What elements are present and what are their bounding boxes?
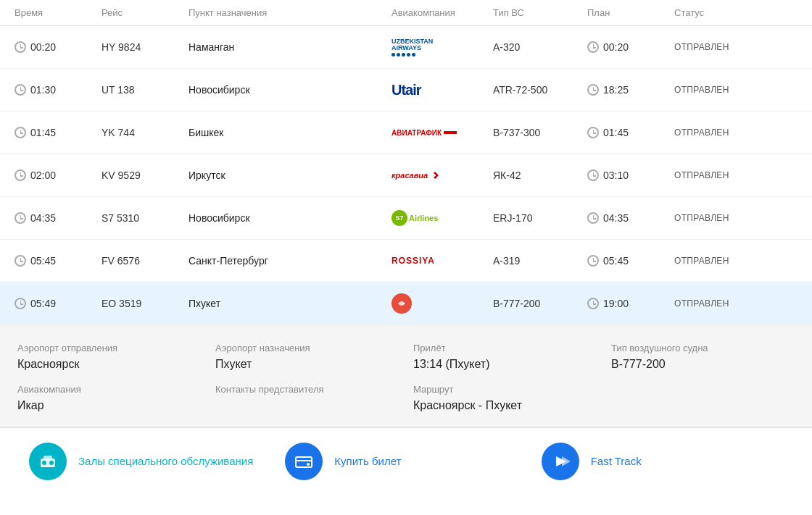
airline-logo: Utair	[392, 79, 493, 101]
time-cell: 01:45	[14, 127, 102, 138]
destination: Новосибирск	[188, 84, 392, 96]
clock-icon	[14, 255, 26, 267]
detail-panel: Аэропорт отправления Красноярск Авиакомп…	[0, 325, 812, 427]
clock-icon	[14, 84, 26, 96]
airline-value: Икар	[17, 399, 201, 412]
status-badge: ОТПРАВЛЕН	[674, 213, 805, 223]
vip-lounge-item[interactable]: Залы специального обслуживания	[29, 443, 270, 480]
plan-cell: 01:45	[587, 127, 674, 138]
clock-icon	[587, 298, 599, 309]
departure-time: 00:20	[30, 41, 56, 53]
aircraft-type-group: Тип воздушного судна B-777-200	[611, 343, 795, 412]
flight-number: UT 138	[102, 84, 188, 96]
flight-number: S7 5310	[102, 212, 188, 224]
svg-rect-5	[296, 457, 312, 467]
table-row[interactable]: 01:45 YK 744 Бишкек АВИАТРАФИК B-737-300…	[0, 112, 812, 154]
plan-time: 00:20	[603, 41, 629, 53]
plan-time: 18:25	[603, 84, 629, 96]
table-row[interactable]: 04:35 S7 5310 Новосибирск S7 Airlines ER…	[0, 197, 812, 240]
route-value: Красноярск - Пхукет	[413, 399, 597, 412]
departure-time: 02:00	[30, 169, 56, 181]
destination: Бишкек	[188, 127, 392, 138]
aircraft-type: А-319	[493, 255, 587, 267]
bottom-bar: Залы специального обслуживания Купить би…	[0, 427, 812, 495]
flight-number: FV 6576	[102, 255, 188, 267]
plan-cell: 03:10	[587, 169, 674, 181]
time-cell: 00:20	[14, 41, 102, 53]
departure-time: 05:45	[30, 255, 56, 267]
departure-airport-label: Аэропорт отправления	[17, 343, 201, 353]
buy-ticket-icon	[285, 443, 323, 480]
table-header: Время Рейс Пункт назначения Авиакомпания…	[0, 0, 812, 26]
plan-cell: 05:45	[587, 255, 674, 267]
plan-time: 05:45	[603, 255, 629, 267]
col-airline: Авиакомпания	[392, 7, 493, 18]
fast-track-label: Fast Track	[591, 454, 642, 469]
aircraft-type: ERJ-170	[493, 212, 587, 224]
departure-time: 01:45	[30, 127, 56, 138]
airline-logo: АВИАТРАФИК	[392, 122, 493, 143]
status-badge: ОТПРАВЛЕН	[674, 42, 805, 52]
table-row[interactable]: 05:49 EO 3519 Пхукет B-777-200 19:00 ОТП…	[0, 282, 812, 325]
aircraft-type: ЯК-42	[493, 169, 587, 181]
clock-icon	[587, 169, 599, 181]
table-row[interactable]: 00:20 HY 9824 Наманган UZBEKISTAN AIRWAY…	[0, 26, 812, 69]
aircraft-type: А-320	[493, 41, 587, 53]
time-cell: 05:49	[14, 298, 102, 309]
arrival-airport-group: Аэропорт назначения Пхукет Контакты пред…	[215, 343, 399, 412]
status-badge: ОТПРАВЛЕН	[674, 298, 805, 309]
clock-icon	[587, 212, 599, 224]
contacts-label: Контакты представителя	[215, 384, 399, 395]
buy-ticket-item[interactable]: Купить билет	[285, 443, 526, 480]
time-cell: 02:00	[14, 169, 102, 181]
departure-airport-value: Красноярск	[17, 358, 201, 371]
route-label: Маршрут	[413, 384, 597, 395]
clock-icon	[587, 84, 599, 96]
departure-time: 01:30	[30, 84, 56, 96]
destination: Наманган	[188, 41, 392, 53]
destination: Санкт-Петербург	[188, 255, 392, 267]
fast-track-item[interactable]: Fast Track	[542, 443, 783, 480]
table-row[interactable]: 05:45 FV 6576 Санкт-Петербург ROSSIYA А-…	[0, 240, 812, 282]
arrival-label: Прилёт	[413, 343, 597, 353]
clock-icon	[14, 298, 26, 309]
destination: Пхукет	[188, 298, 392, 309]
svg-point-7	[307, 463, 310, 466]
departure-time: 04:35	[30, 212, 56, 224]
airline-logo: S7 Airlines	[392, 207, 493, 229]
table-row[interactable]: 01:30 UT 138 Новосибирск Utair ATR-72-50…	[0, 69, 812, 112]
flight-number: EO 3519	[102, 298, 188, 309]
clock-icon	[587, 127, 599, 138]
col-status: Статус	[674, 7, 805, 18]
arrival-time-group: Прилёт 13:14 (Пхукет) Маршрут Красноярск…	[413, 343, 597, 412]
fast-track-icon	[542, 443, 579, 480]
col-destination: Пункт назначения	[188, 7, 392, 18]
status-badge: ОТПРАВЛЕН	[674, 85, 805, 95]
svg-point-3	[49, 461, 54, 465]
col-flight: Рейс	[102, 7, 188, 18]
aircraft-type: B-777-200	[493, 298, 587, 309]
col-time: Время	[14, 7, 102, 18]
time-cell: 05:45	[14, 255, 102, 267]
arrival-value: 13:14 (Пхукет)	[413, 358, 597, 371]
time-cell: 04:35	[14, 212, 102, 224]
status-badge: ОТПРАВЛЕН	[674, 170, 805, 180]
airline-label: Авиакомпания	[17, 384, 201, 395]
svg-rect-4	[44, 456, 52, 460]
svg-marker-9	[562, 456, 571, 466]
clock-icon	[14, 41, 26, 53]
aircraft-type: B-737-300	[493, 127, 587, 138]
plan-time: 03:10	[603, 169, 629, 181]
clock-icon	[587, 255, 599, 267]
aircraft-type: ATR-72-500	[493, 84, 587, 96]
arrival-airport-value: Пхукет	[215, 358, 399, 371]
time-cell: 01:30	[14, 84, 102, 96]
airline-logo	[392, 293, 493, 314]
plan-cell: 19:00	[587, 298, 674, 309]
airline-logo: UZBEKISTAN AIRWAYS	[392, 36, 493, 58]
col-plan: План	[587, 7, 674, 18]
table-row[interactable]: 02:00 KV 9529 Иркутск красавиа ЯК-42 03:…	[0, 154, 812, 197]
aircraft-type-label: Тип воздушного судна	[611, 343, 795, 353]
vip-lounge-label: Залы специального обслуживания	[78, 454, 253, 469]
clock-icon	[14, 127, 26, 138]
